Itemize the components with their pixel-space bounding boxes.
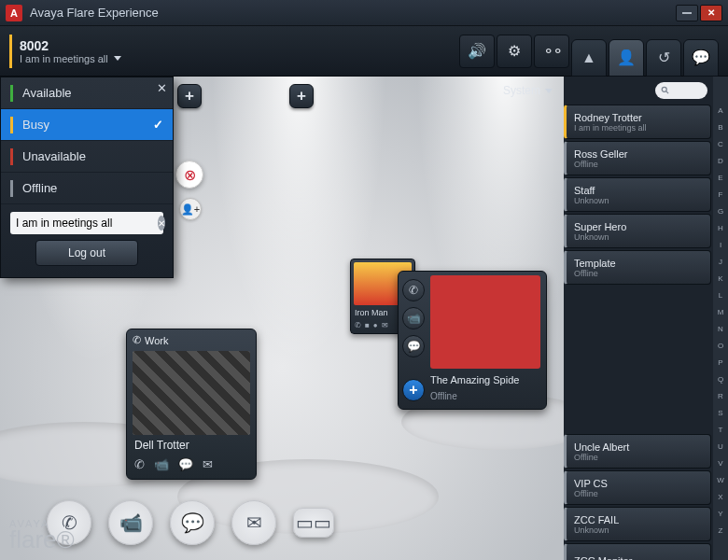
tab-contacts[interactable]: 👤: [609, 39, 644, 77]
clear-input-button[interactable]: ✕: [158, 216, 165, 231]
alpha-letter[interactable]: X: [718, 489, 722, 505]
spotlight-add-person-button[interactable]: 👤+: [179, 198, 202, 220]
presence-option-unavailable[interactable]: Unavailable: [1, 141, 173, 173]
presence-dropdown[interactable]: 8002 I am in meetings all: [9, 35, 121, 68]
status-message-field-wrap: ✕: [10, 212, 163, 234]
chevron-down-icon: [545, 89, 553, 93]
popup-call-button[interactable]: ✆: [402, 279, 425, 301]
audio-button[interactable]: 🔊: [459, 35, 495, 68]
share-button[interactable]: ▭▭: [293, 508, 334, 538]
alpha-letter[interactable]: S: [718, 405, 722, 421]
alpha-letter[interactable]: J: [719, 254, 722, 270]
svg-rect-0: [682, 12, 692, 14]
alpha-letter[interactable]: D: [718, 153, 723, 169]
popup-add-button[interactable]: +: [402, 379, 425, 401]
mail-icon: ✉: [246, 511, 262, 534]
alpha-letter[interactable]: R: [718, 388, 723, 404]
popup-video-button[interactable]: 📹: [402, 307, 425, 329]
tab-chat[interactable]: 💬: [683, 39, 719, 77]
contact-status: Offline: [574, 160, 703, 169]
alpha-letter[interactable]: K: [718, 271, 722, 287]
contacts-filter-dropdown[interactable]: System: [503, 84, 553, 97]
alpha-letter[interactable]: Z: [719, 523, 723, 539]
phone-icon[interactable]: ✆: [355, 321, 361, 329]
presence-option-busy[interactable]: Busy✓: [1, 109, 173, 141]
spotlight-close-button[interactable]: ⊗: [175, 161, 203, 189]
alpha-letter[interactable]: F: [719, 187, 723, 203]
contact-name: ZCC Monitor: [574, 555, 703, 561]
chevron-down-icon: [114, 56, 121, 61]
alpha-letter[interactable]: E: [718, 170, 722, 186]
person-icon: 👤: [617, 49, 636, 66]
logout-button[interactable]: Log out: [35, 240, 138, 266]
svg-line-2: [666, 91, 669, 94]
alpha-letter[interactable]: W: [717, 472, 724, 488]
popup-contact-status: Offline: [430, 391, 540, 401]
status-message-input[interactable]: [14, 212, 158, 234]
popup-chat-button[interactable]: 💬: [402, 335, 425, 357]
speaker-icon: 🔊: [468, 42, 486, 60]
contact-item[interactable]: VIP CSOffline: [564, 470, 711, 505]
alpha-letter[interactable]: H: [718, 220, 723, 236]
alpha-letter[interactable]: C: [718, 136, 723, 152]
alpha-letter[interactable]: V: [718, 455, 722, 471]
contact-item[interactable]: Uncle AlbertOffline: [564, 434, 711, 469]
alpha-letter[interactable]: P: [718, 355, 722, 371]
contact-item[interactable]: Ross GellerOffline: [564, 141, 711, 175]
contact-name: Ross Geller: [574, 148, 703, 160]
video-icon[interactable]: ■: [365, 321, 370, 329]
mail-icon[interactable]: ✉: [203, 457, 213, 471]
alpha-letter[interactable]: Q: [718, 371, 723, 387]
alpha-letter[interactable]: M: [718, 304, 724, 320]
extension-number: 8002: [20, 38, 121, 53]
stage-contact-card-large[interactable]: ✆ Work Dell Trotter ✆ 📹 💬 ✉: [126, 329, 257, 480]
close-button[interactable]: ✕: [700, 5, 722, 21]
contact-name: Uncle Albert: [574, 441, 703, 453]
mail-icon[interactable]: ✉: [382, 321, 388, 329]
check-icon: ✓: [153, 118, 163, 132]
email-button[interactable]: ✉: [231, 500, 276, 545]
contacts-sidebar: Rodney TrotterI am in meetings allRoss G…: [564, 77, 728, 560]
status-color-bar: [10, 148, 13, 165]
alpha-letter[interactable]: N: [718, 321, 723, 337]
contact-item[interactable]: TemplateOffline: [564, 250, 711, 285]
alpha-letter[interactable]: O: [718, 338, 723, 354]
add-spotlight-button[interactable]: +: [177, 84, 202, 108]
alpha-letter[interactable]: G: [718, 203, 723, 219]
alpha-letter[interactable]: T: [719, 422, 723, 438]
presence-menu-close[interactable]: ✕: [157, 81, 167, 95]
phone-icon[interactable]: ✆: [134, 457, 145, 471]
video-icon[interactable]: 📹: [154, 457, 169, 471]
presence-option-offline[interactable]: Offline: [1, 173, 173, 204]
gear-icon: ⚙: [508, 42, 521, 60]
settings-button[interactable]: ⚙: [497, 35, 532, 68]
add-person-icon: 👤+: [181, 203, 200, 216]
tab-dialpad[interactable]: ▲: [571, 39, 607, 77]
video-call-button[interactable]: 📹: [108, 500, 153, 545]
presence-option-available[interactable]: Available: [1, 77, 173, 109]
contact-status: Unknown: [574, 232, 703, 242]
alpha-letter[interactable]: A: [718, 103, 722, 119]
alpha-index: ABCDEFGHIJKLMNOPQRSTUVWXYZ: [713, 77, 728, 560]
contact-popup-card: ✆ 📹 💬 + The Amazing Spide Offline: [398, 271, 547, 410]
chat-icon[interactable]: 💬: [178, 457, 193, 471]
chat-icon[interactable]: ●: [373, 321, 378, 329]
alpha-letter[interactable]: B: [718, 119, 722, 135]
alpha-letter[interactable]: I: [720, 237, 721, 253]
brand-bottom-text: flare®: [9, 529, 75, 551]
alpha-letter[interactable]: U: [718, 439, 723, 455]
alpha-letter[interactable]: L: [719, 287, 722, 303]
im-button[interactable]: 💬: [170, 500, 215, 545]
add-spotlight-button[interactable]: +: [289, 84, 314, 108]
contact-item[interactable]: Super HeroUnknown: [564, 214, 711, 248]
contact-item[interactable]: StaffUnknown: [564, 177, 711, 212]
contact-item[interactable]: ZCC FAILUnknown: [564, 507, 711, 541]
contact-item[interactable]: ZCC Monitor: [564, 543, 711, 560]
voicemail-button[interactable]: ⚬⚬: [534, 35, 569, 68]
contacts-search[interactable]: [655, 82, 707, 99]
tab-history[interactable]: ↺: [646, 39, 681, 77]
presence-option-label: Busy: [22, 118, 49, 132]
alpha-letter[interactable]: Y: [718, 506, 722, 522]
contact-item[interactable]: Rodney TrotterI am in meetings all: [564, 105, 711, 139]
minimize-button[interactable]: [676, 5, 698, 21]
